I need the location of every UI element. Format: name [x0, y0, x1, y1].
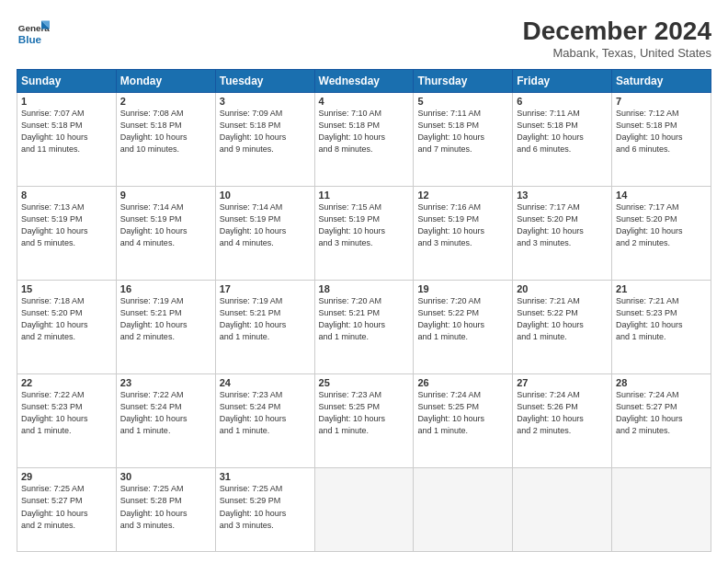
- calendar-cell: 20Sunrise: 7:21 AM Sunset: 5:22 PM Dayli…: [513, 281, 612, 374]
- calendar-cell: 25Sunrise: 7:23 AM Sunset: 5:25 PM Dayli…: [314, 374, 414, 468]
- calendar-cell: 31Sunrise: 7:25 AM Sunset: 5:29 PM Dayli…: [215, 468, 314, 552]
- day-info: Sunrise: 7:22 AM Sunset: 5:23 PM Dayligh…: [21, 389, 112, 437]
- day-number: 23: [120, 377, 211, 388]
- day-number: 27: [517, 377, 608, 388]
- calendar-cell: 3Sunrise: 7:09 AM Sunset: 5:18 PM Daylig…: [215, 93, 314, 187]
- day-info: Sunrise: 7:20 AM Sunset: 5:21 PM Dayligh…: [319, 295, 410, 343]
- calendar-cell: 28Sunrise: 7:24 AM Sunset: 5:27 PM Dayli…: [612, 374, 711, 468]
- calendar-cell: 22Sunrise: 7:22 AM Sunset: 5:23 PM Dayli…: [17, 374, 117, 468]
- calendar-week-2: 8Sunrise: 7:13 AM Sunset: 5:19 PM Daylig…: [17, 187, 711, 281]
- day-info: Sunrise: 7:08 AM Sunset: 5:18 PM Dayligh…: [120, 108, 211, 155]
- calendar-cell: 4Sunrise: 7:10 AM Sunset: 5:18 PM Daylig…: [314, 93, 414, 187]
- logo-icon: General Blue: [17, 17, 50, 50]
- day-number: 17: [220, 283, 311, 294]
- day-number: 5: [417, 96, 508, 107]
- day-info: Sunrise: 7:19 AM Sunset: 5:21 PM Dayligh…: [220, 295, 311, 343]
- calendar-cell: 17Sunrise: 7:19 AM Sunset: 5:21 PM Dayli…: [215, 281, 314, 374]
- calendar-week-1: 1Sunrise: 7:07 AM Sunset: 5:18 PM Daylig…: [17, 93, 711, 187]
- calendar-week-4: 22Sunrise: 7:22 AM Sunset: 5:23 PM Dayli…: [17, 374, 711, 468]
- day-number: 16: [120, 283, 211, 294]
- day-number: 21: [616, 283, 707, 294]
- day-info: Sunrise: 7:07 AM Sunset: 5:18 PM Dayligh…: [21, 108, 112, 155]
- logo: General Blue: [17, 17, 50, 50]
- day-info: Sunrise: 7:23 AM Sunset: 5:24 PM Dayligh…: [220, 389, 311, 437]
- day-info: Sunrise: 7:14 AM Sunset: 5:19 PM Dayligh…: [220, 201, 311, 249]
- calendar-cell: 24Sunrise: 7:23 AM Sunset: 5:24 PM Dayli…: [215, 374, 314, 468]
- day-info: Sunrise: 7:10 AM Sunset: 5:18 PM Dayligh…: [319, 108, 410, 155]
- day-number: 31: [220, 471, 311, 482]
- day-header-saturday: Saturday: [612, 70, 711, 93]
- calendar-cell: 7Sunrise: 7:12 AM Sunset: 5:18 PM Daylig…: [612, 93, 711, 187]
- calendar-cell: 19Sunrise: 7:20 AM Sunset: 5:22 PM Dayli…: [414, 281, 513, 374]
- day-info: Sunrise: 7:11 AM Sunset: 5:18 PM Dayligh…: [517, 108, 608, 155]
- calendar-cell: 5Sunrise: 7:11 AM Sunset: 5:18 PM Daylig…: [414, 93, 513, 187]
- day-number: 29: [21, 471, 112, 482]
- day-info: Sunrise: 7:24 AM Sunset: 5:26 PM Dayligh…: [517, 389, 608, 437]
- calendar-cell: 15Sunrise: 7:18 AM Sunset: 5:20 PM Dayli…: [17, 281, 117, 374]
- calendar-table: SundayMondayTuesdayWednesdayThursdayFrid…: [17, 69, 711, 552]
- day-info: Sunrise: 7:09 AM Sunset: 5:18 PM Dayligh…: [220, 108, 311, 155]
- day-info: Sunrise: 7:25 AM Sunset: 5:27 PM Dayligh…: [21, 483, 112, 531]
- day-header-thursday: Thursday: [414, 70, 513, 93]
- day-info: Sunrise: 7:14 AM Sunset: 5:19 PM Dayligh…: [120, 201, 211, 249]
- calendar-cell: 8Sunrise: 7:13 AM Sunset: 5:19 PM Daylig…: [17, 187, 117, 281]
- day-info: Sunrise: 7:11 AM Sunset: 5:18 PM Dayligh…: [417, 108, 508, 155]
- calendar-week-3: 15Sunrise: 7:18 AM Sunset: 5:20 PM Dayli…: [17, 281, 711, 374]
- calendar-cell: 14Sunrise: 7:17 AM Sunset: 5:20 PM Dayli…: [612, 187, 711, 281]
- day-info: Sunrise: 7:21 AM Sunset: 5:23 PM Dayligh…: [616, 295, 707, 343]
- location: Mabank, Texas, United States: [523, 46, 711, 60]
- calendar-cell: 12Sunrise: 7:16 AM Sunset: 5:19 PM Dayli…: [414, 187, 513, 281]
- calendar-cell: 27Sunrise: 7:24 AM Sunset: 5:26 PM Dayli…: [513, 374, 612, 468]
- calendar-cell: 30Sunrise: 7:25 AM Sunset: 5:28 PM Dayli…: [116, 468, 215, 552]
- day-number: 12: [417, 190, 508, 201]
- day-header-sunday: Sunday: [17, 70, 117, 93]
- day-info: Sunrise: 7:16 AM Sunset: 5:19 PM Dayligh…: [417, 201, 508, 249]
- calendar-cell: 10Sunrise: 7:14 AM Sunset: 5:19 PM Dayli…: [215, 187, 314, 281]
- svg-text:Blue: Blue: [18, 33, 42, 45]
- calendar-cell: 9Sunrise: 7:14 AM Sunset: 5:19 PM Daylig…: [116, 187, 215, 281]
- calendar-cell: [513, 468, 612, 552]
- day-number: 2: [120, 96, 211, 107]
- day-number: 6: [517, 96, 608, 107]
- month-title: December 2024: [523, 17, 711, 46]
- day-number: 26: [417, 377, 508, 388]
- day-number: 10: [220, 190, 311, 201]
- day-info: Sunrise: 7:22 AM Sunset: 5:24 PM Dayligh…: [120, 389, 211, 437]
- day-number: 28: [616, 377, 707, 388]
- day-info: Sunrise: 7:17 AM Sunset: 5:20 PM Dayligh…: [517, 201, 608, 249]
- calendar-cell: 29Sunrise: 7:25 AM Sunset: 5:27 PM Dayli…: [17, 468, 117, 552]
- calendar-cell: 2Sunrise: 7:08 AM Sunset: 5:18 PM Daylig…: [116, 93, 215, 187]
- calendar-cell: 21Sunrise: 7:21 AM Sunset: 5:23 PM Dayli…: [612, 281, 711, 374]
- calendar-cell: 26Sunrise: 7:24 AM Sunset: 5:25 PM Dayli…: [414, 374, 513, 468]
- day-number: 4: [319, 96, 410, 107]
- header: General Blue December 2024 Mabank, Texas…: [17, 17, 711, 60]
- day-info: Sunrise: 7:24 AM Sunset: 5:27 PM Dayligh…: [616, 389, 707, 437]
- calendar-cell: 13Sunrise: 7:17 AM Sunset: 5:20 PM Dayli…: [513, 187, 612, 281]
- day-number: 25: [319, 377, 410, 388]
- calendar-week-5: 29Sunrise: 7:25 AM Sunset: 5:27 PM Dayli…: [17, 468, 711, 552]
- calendar-cell: 6Sunrise: 7:11 AM Sunset: 5:18 PM Daylig…: [513, 93, 612, 187]
- day-info: Sunrise: 7:17 AM Sunset: 5:20 PM Dayligh…: [616, 201, 707, 249]
- calendar-cell: 16Sunrise: 7:19 AM Sunset: 5:21 PM Dayli…: [116, 281, 215, 374]
- day-header-friday: Friday: [513, 70, 612, 93]
- day-number: 13: [517, 190, 608, 201]
- day-number: 14: [616, 190, 707, 201]
- calendar-cell: [414, 468, 513, 552]
- title-block: December 2024 Mabank, Texas, United Stat…: [523, 17, 711, 60]
- calendar-cell: [612, 468, 711, 552]
- day-info: Sunrise: 7:25 AM Sunset: 5:28 PM Dayligh…: [120, 483, 211, 531]
- calendar-cell: 23Sunrise: 7:22 AM Sunset: 5:24 PM Dayli…: [116, 374, 215, 468]
- day-number: 8: [21, 190, 112, 201]
- day-number: 19: [417, 283, 508, 294]
- day-number: 1: [21, 96, 112, 107]
- day-header-tuesday: Tuesday: [215, 70, 314, 93]
- day-number: 24: [220, 377, 311, 388]
- day-info: Sunrise: 7:12 AM Sunset: 5:18 PM Dayligh…: [616, 108, 707, 155]
- day-info: Sunrise: 7:13 AM Sunset: 5:19 PM Dayligh…: [21, 201, 112, 249]
- day-number: 11: [319, 190, 410, 201]
- day-header-monday: Monday: [116, 70, 215, 93]
- day-info: Sunrise: 7:24 AM Sunset: 5:25 PM Dayligh…: [417, 389, 508, 437]
- day-number: 7: [616, 96, 707, 107]
- day-number: 22: [21, 377, 112, 388]
- calendar-header-row: SundayMondayTuesdayWednesdayThursdayFrid…: [17, 70, 711, 93]
